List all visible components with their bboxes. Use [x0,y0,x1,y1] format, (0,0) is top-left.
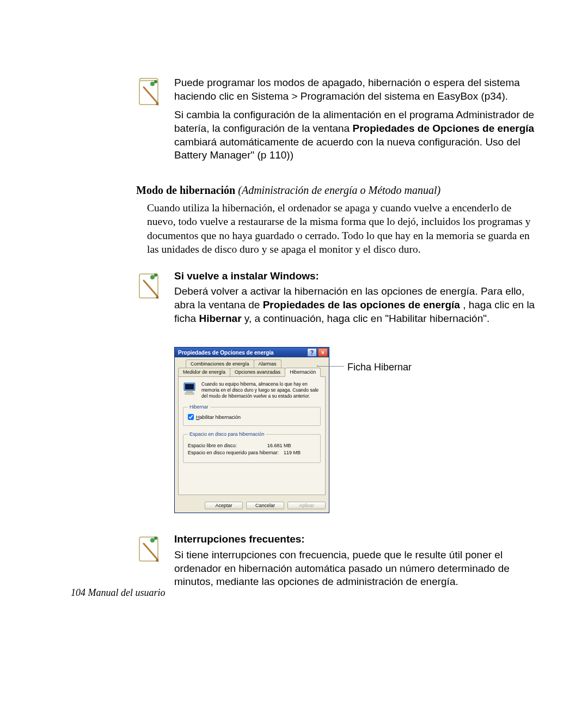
note2-body: Deberá volver a activar la hibernación e… [174,285,539,325]
kv-req-val: 119 MB [284,450,301,455]
note-block-3: Interrupciones frecuentes: Si tiene inte… [136,533,539,594]
notepad-icon [136,533,163,565]
document-page: Puede programar los modos de apagado, hi… [0,0,588,713]
dialog-title: Propiedades de Opciones de energía [178,350,274,356]
checkbox-habilitar[interactable]: Habilitar hibernación [188,414,316,420]
note-block-1: Puede programar los modos de apagado, hi… [136,76,539,168]
notepad-icon [136,270,163,302]
dialog-button-row: Aceptar Cancelar Aplicar [175,498,329,513]
note3-body: Si tiene interrupciones con frecuencia, … [174,549,539,589]
section-title-bold: Modo de hibernación [136,184,235,196]
dialog-titlebar: Propiedades de Opciones de energía ? × [175,348,329,357]
kv-libre: Espacio libre en disco: 16.681 MB [188,443,316,448]
callout-label: Ficha Hibernar [347,362,412,373]
svg-rect-9 [185,393,194,394]
callout-line [318,366,344,367]
section-body: Cuando utiliza la hibernación, el ordena… [147,201,539,256]
dialog-body: Combinaciones de energía Alarmas Medidor… [175,357,329,498]
kv-libre-key: Espacio libre en disco: [188,443,264,448]
section-title: Modo de hibernación (Administración de e… [136,184,539,197]
svg-rect-7 [185,384,194,389]
dialog-figure: Propiedades de Opciones de energía ? × C… [174,347,446,513]
svg-point-1 [150,82,155,86]
cancel-button[interactable]: Cancelar [246,502,284,509]
section-title-italic: (Administración de energía o Método manu… [235,184,440,196]
note2-post: y, a continuación, haga clic en "Habilit… [242,313,490,324]
checkbox-habilitar-label: Habilitar hibernación [196,415,241,420]
note-block-2: Si vuelve a instalar Windows: Deberá vol… [136,270,539,331]
note-text-3: Interrupciones frecuentes: Si tiene inte… [174,533,539,594]
close-button[interactable]: × [318,348,328,357]
panel-info-row: Cuando su equipo hiberna, almacena lo qu… [183,381,321,399]
tab-row-front: Medidor de energía Opciones avanzadas Hi… [178,368,326,376]
note1-p2-post: cambiará automáticamente de acuerdo con … [174,136,520,161]
note2-b2: Hibernar [199,313,241,324]
note2-head: Si vuelve a instalar Windows: [174,270,539,283]
tab-alarmas[interactable]: Alarmas [254,359,281,368]
tab-row-back: Combinaciones de energía Alarmas [186,359,326,368]
kv-req-key: Espacio en disco requerido para hibernar… [188,450,280,455]
apply-button[interactable]: Aplicar [287,502,326,509]
panel-info-text: Cuando su equipo hiberna, almacena lo qu… [201,381,321,399]
help-button[interactable]: ? [307,348,317,357]
note-text-1: Puede programar los modos de apagado, hi… [174,76,539,168]
tab-hibernacion[interactable]: Hibernación [285,368,321,377]
svg-point-12 [154,537,157,540]
note3-head: Interrupciones frecuentes: [174,533,539,546]
svg-point-4 [150,275,155,279]
note1-para1: Puede programar los modos de apagado, hi… [174,76,539,103]
monitor-icon [183,381,197,397]
tab-panel-hibernacion: Cuando su equipo hiberna, almacena lo qu… [178,376,326,495]
note2-b1: Propiedades de las opciones de energía [263,299,460,310]
power-options-dialog: Propiedades de Opciones de energía ? × C… [174,347,329,513]
notepad-icon [136,76,163,109]
group-espacio-legend: Espacio en disco para hibernación [188,431,266,437]
group-espacio: Espacio en disco para hibernación Espaci… [183,431,321,463]
tab-combinaciones[interactable]: Combinaciones de energía [186,359,254,368]
svg-point-5 [154,273,157,277]
note-text-2: Si vuelve a instalar Windows: Deberá vol… [174,270,539,331]
ok-button[interactable]: Aceptar [205,502,243,509]
page-footer: 104 Manual del usuario [71,587,166,599]
kv-libre-val: 16.681 MB [267,443,291,448]
svg-point-2 [154,80,157,83]
kv-requerido: Espacio en disco requerido para hibernar… [188,450,316,455]
tab-opciones-avanzadas[interactable]: Opciones avanzadas [230,368,285,376]
note1-p2-bold: Propiedades de Opciones de energía [352,123,534,134]
checkbox-habilitar-input[interactable] [188,414,194,420]
group-hibernar-legend: Hibernar [188,404,210,410]
group-hibernar: Hibernar Habilitar hibernación [183,404,321,426]
tab-medidor[interactable]: Medidor de energía [178,368,230,376]
svg-point-11 [150,538,155,543]
note1-para2: Si cambia la configuración de la aliment… [174,108,539,162]
